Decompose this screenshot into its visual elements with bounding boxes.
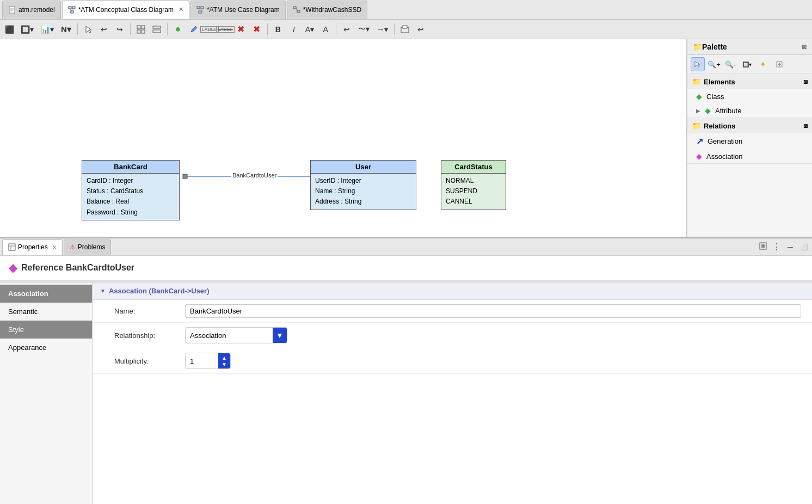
bankcard-class[interactable]: BankCard CardID : Integer Status : CardS… [82, 160, 180, 220]
palette-add-tool[interactable] [772, 57, 786, 71]
cardstatus-body: NORMAL SUSPEND CANNEL [441, 174, 506, 210]
toolbar-redo-btn[interactable]: ↪ [113, 22, 127, 36]
svg-rect-23 [403, 26, 407, 28]
props-sidebar-style[interactable]: Style [0, 321, 92, 339]
palette-attribute-item[interactable]: ▶ ◆ Attribute [687, 103, 812, 118]
svg-line-21 [191, 31, 192, 32]
palette-attribute-label: Attribute [715, 107, 741, 115]
toolbar-prev-btn[interactable]: ↩ [340, 22, 354, 36]
tab-close-1[interactable]: ✕ [179, 6, 183, 13]
name-input[interactable] [185, 304, 801, 318]
bottom-tab-bar: Properties ✕ ⚠ Problems ⋮ ─ ⬜ [0, 238, 812, 256]
props-action-btn-4[interactable]: ⬜ [798, 241, 810, 253]
palette-elements-section: 📁 Elements ⊠ ◆ Class ▶ ◆ Attribute [687, 74, 812, 118]
bankcard-header: BankCard [82, 161, 179, 174]
svg-rect-17 [137, 30, 140, 33]
toolbar-font-btn[interactable]: A▾ [303, 22, 317, 36]
toolbar-btn-1[interactable]: ⬛ [2, 22, 16, 36]
props-sidebar-semantic[interactable]: Semantic [0, 303, 92, 321]
palette-zoom-in-tool[interactable]: 🔍+ [707, 57, 721, 71]
toolbar-line-btn[interactable]: 〜▾ [355, 22, 372, 36]
props-title-text: Reference BankCardtoUser [21, 263, 134, 273]
toolbar-back-btn[interactable]: ↩ [414, 22, 428, 36]
tab-properties[interactable]: Properties ✕ [2, 239, 63, 255]
toolbar-layout-btn[interactable] [150, 22, 164, 36]
svg-line-7 [70, 9, 72, 11]
cardstatus-val-1: NORMAL [446, 176, 501, 186]
props-action-btn-1[interactable] [757, 241, 769, 253]
svg-rect-18 [142, 30, 145, 33]
user-body: UserID : Integer Name : String Address :… [311, 174, 416, 210]
palette-elements-header[interactable]: 📁 Elements ⊠ [687, 74, 812, 89]
properties-content: Association Semantic Style Appearance ▼ … [0, 282, 812, 504]
tab-atm-usecase[interactable]: *ATM Use Case Diagram [190, 1, 286, 19]
toolbar-delete-btn[interactable]: ✖ [234, 22, 248, 36]
toolbar-btn-3[interactable]: 📊▾ [38, 22, 57, 36]
relations-folder-icon: 📁 [692, 121, 701, 130]
cardstatus-class[interactable]: CardStatus NORMAL SUSPEND CANNEL [441, 160, 506, 210]
tab-withdraw-cash[interactable]: *WithdrawCashSSD [287, 1, 367, 19]
tab-atm-remodel[interactable]: atm.remodel [2, 1, 61, 19]
props-sidebar-association[interactable]: Association [0, 285, 92, 303]
palette-relations-header[interactable]: 📁 Relations ⊠ [687, 118, 812, 133]
toolbar-select-btn[interactable] [81, 22, 95, 36]
props-sidebar-appearance[interactable]: Appearance [0, 339, 92, 357]
palette-zoom-select[interactable]: 🔲▾ [740, 57, 754, 71]
stepper-up-icon: ▲ [222, 355, 227, 361]
toolbar-export-btn[interactable] [398, 22, 412, 36]
problems-warning-icon: ⚠ [70, 243, 76, 251]
bottom-panel: Properties ✕ ⚠ Problems ⋮ ─ ⬜ ◆ Referenc… [0, 237, 812, 504]
bankcard-attr-1: CardID : Integer [87, 176, 175, 186]
toolbar-delete2-btn[interactable]: ✖ [250, 22, 264, 36]
toolbar-label1-btn[interactable]: LABEL [202, 22, 217, 36]
toolbar-btn-4[interactable]: Ν▾ [58, 22, 74, 36]
section-triangle-icon: ▼ [100, 288, 106, 294]
toolbar-undo-btn[interactable]: ↩ [97, 22, 111, 36]
palette-magic-tool[interactable]: ✦ [756, 57, 770, 71]
relationship-select[interactable]: Association Aggregation Composition [186, 329, 273, 342]
separator-2 [130, 23, 131, 35]
tab-atm-class-diagram[interactable]: *ATM Conceptual Class Diagram ✕ [62, 1, 189, 19]
props-action-btn-2[interactable]: ⋮ [771, 241, 783, 253]
props-title-bar: ◆ Reference BankCardtoUser [0, 256, 812, 280]
svg-rect-5 [72, 7, 75, 9]
toolbar-italic-btn[interactable]: I [287, 22, 301, 36]
properties-close-icon[interactable]: ✕ [52, 244, 57, 250]
cardstatus-val-2: SUSPEND [446, 186, 501, 196]
svg-rect-11 [199, 11, 202, 13]
relationship-select-btn[interactable]: ▼ [273, 328, 287, 343]
props-action-btn-3[interactable]: ─ [784, 241, 796, 253]
palette-zoom-out-tool[interactable]: 🔍- [723, 57, 737, 71]
toolbar-arrange-btn[interactable] [134, 22, 148, 36]
diagram-canvas[interactable]: BankCardtoUser BankCard CardID : Integer… [0, 39, 687, 237]
palette-toolbar: 🔍+ 🔍- 🔲▾ ✦ [687, 55, 812, 74]
tab-atm-usecase-label: *ATM Use Case Diagram [207, 6, 280, 14]
multiplicity-label: Multiplicity: [114, 357, 180, 365]
toolbar-btn-2[interactable]: 🔲▾ [18, 22, 36, 36]
class-diamond-icon: ◆ [696, 92, 702, 101]
multiplicity-stepper-btn[interactable]: ▲ ▼ [218, 353, 230, 368]
palette-generation-item[interactable]: ↗ Generation [687, 133, 812, 149]
palette-select-tool[interactable] [691, 57, 705, 71]
palette-collapse-btn[interactable]: ⊠ [802, 44, 807, 51]
form-row-multiplicity: Multiplicity: ▲ ▼ [93, 348, 812, 374]
separator-1 [77, 23, 78, 35]
file-icon [8, 6, 16, 14]
toolbar-arrow-btn[interactable]: →▾ [374, 22, 391, 36]
title-diamond-icon: ◆ [9, 261, 17, 274]
svg-rect-15 [137, 26, 140, 29]
svg-rect-30 [9, 244, 15, 250]
svg-rect-12 [293, 7, 296, 9]
tab-problems[interactable]: ⚠ Problems [64, 239, 112, 255]
palette-association-item[interactable]: ◆ Association [687, 149, 812, 163]
user-class[interactable]: User UserID : Integer Name : String Addr… [310, 160, 416, 210]
toolbar-label2-btn[interactable]: LABEL [218, 22, 232, 36]
toolbar-bold-btn[interactable]: B [271, 22, 285, 36]
user-attr-3: Address : String [315, 196, 411, 207]
toolbar-fontsize-btn[interactable]: A [318, 22, 333, 36]
relations-expand-icon: ⊠ [803, 123, 808, 129]
palette-class-item[interactable]: ◆ Class [687, 89, 812, 103]
multiplicity-input[interactable] [186, 355, 218, 367]
toolbar-circle-btn[interactable]: ● [171, 22, 185, 36]
toolbar-pen-btn[interactable] [187, 22, 201, 36]
